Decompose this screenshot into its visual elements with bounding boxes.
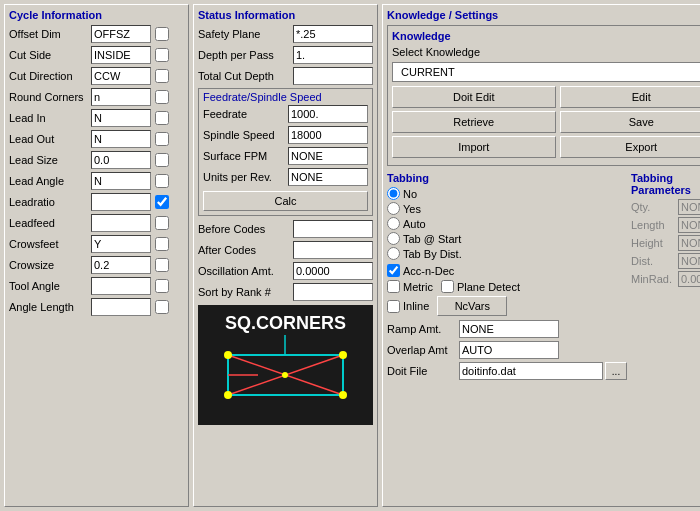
left-field-input-3[interactable] bbox=[91, 88, 151, 106]
left-field-checkbox-13[interactable] bbox=[155, 300, 169, 314]
left-field-input-0[interactable] bbox=[91, 25, 151, 43]
left-field-checkbox-10[interactable] bbox=[155, 237, 169, 251]
tab-param-label-0: Qty. bbox=[631, 201, 676, 213]
tabbing-radio-4[interactable] bbox=[387, 247, 400, 260]
before-codes-label: Before Codes bbox=[198, 223, 291, 235]
oscillation-input[interactable] bbox=[293, 262, 373, 280]
left-field-row: Cut Direction bbox=[9, 67, 184, 85]
left-field-label-5: Lead Out bbox=[9, 133, 89, 145]
tab-param-input-3[interactable] bbox=[678, 253, 700, 269]
tab-param-label-4: MinRad. bbox=[631, 273, 676, 285]
left-field-checkbox-4[interactable] bbox=[155, 111, 169, 125]
knowledge-subtitle: Knowledge bbox=[392, 30, 700, 42]
tab-param-label-1: Length bbox=[631, 219, 676, 231]
overlap-amt-label: Overlap Amt bbox=[387, 344, 457, 356]
left-field-input-4[interactable] bbox=[91, 109, 151, 127]
left-field-label-11: Crowsize bbox=[9, 259, 89, 271]
left-field-row: Leadfeed bbox=[9, 214, 184, 232]
metric-label: Metric bbox=[403, 281, 433, 293]
left-field-label-0: Offset Dim bbox=[9, 28, 89, 40]
spindle-speed-input[interactable] bbox=[288, 126, 368, 144]
knowledge-dropdown[interactable]: CURRENT bbox=[392, 62, 700, 82]
tab-param-label-3: Dist. bbox=[631, 255, 676, 267]
left-field-row: Crowsfeet bbox=[9, 235, 184, 253]
browse-button[interactable]: ... bbox=[605, 362, 627, 380]
oscillation-label: Oscillation Amt. bbox=[198, 265, 291, 277]
retrieve-button[interactable]: Retrieve bbox=[392, 111, 556, 133]
depth-per-pass-input[interactable] bbox=[293, 46, 373, 64]
left-field-checkbox-0[interactable] bbox=[155, 27, 169, 41]
select-knowledge-label: Select Knowledge bbox=[392, 46, 700, 58]
left-field-checkbox-11[interactable] bbox=[155, 258, 169, 272]
tabbing-option-label-1: Yes bbox=[403, 203, 421, 215]
tabbing-option-label-4: Tab By Dist. bbox=[403, 248, 462, 260]
left-field-input-11[interactable] bbox=[91, 256, 151, 274]
left-field-checkbox-2[interactable] bbox=[155, 69, 169, 83]
tabbing-radio-1[interactable] bbox=[387, 202, 400, 215]
before-codes-input[interactable] bbox=[293, 220, 373, 238]
tabbing-option-row-3: Tab @ Start bbox=[387, 232, 627, 245]
export-button[interactable]: Export bbox=[560, 136, 701, 158]
left-field-row: Lead Out bbox=[9, 130, 184, 148]
total-cut-depth-input[interactable] bbox=[293, 67, 373, 85]
units-per-rev-input[interactable] bbox=[288, 168, 368, 186]
tabbing-option-row-4: Tab By Dist. bbox=[387, 247, 627, 260]
left-field-label-2: Cut Direction bbox=[9, 70, 89, 82]
tab-param-input-4[interactable] bbox=[678, 271, 700, 287]
tabbing-radio-2[interactable] bbox=[387, 217, 400, 230]
after-codes-input[interactable] bbox=[293, 241, 373, 259]
surface-fpm-input[interactable] bbox=[288, 147, 368, 165]
left-field-checkbox-1[interactable] bbox=[155, 48, 169, 62]
calc-button[interactable]: Calc bbox=[203, 191, 368, 211]
left-field-input-10[interactable] bbox=[91, 235, 151, 253]
plane-detect-checkbox[interactable] bbox=[441, 280, 454, 293]
tab-param-row-2: Height bbox=[631, 235, 700, 251]
feedrate-input[interactable] bbox=[288, 105, 368, 123]
left-field-input-8[interactable] bbox=[91, 193, 151, 211]
left-field-input-13[interactable] bbox=[91, 298, 151, 316]
left-field-checkbox-6[interactable] bbox=[155, 153, 169, 167]
tab-param-input-2[interactable] bbox=[678, 235, 700, 251]
tabbing-params-title: Tabbing Parameters bbox=[631, 172, 700, 196]
tab-param-input-0[interactable] bbox=[678, 199, 700, 215]
edit-button[interactable]: Edit bbox=[560, 86, 701, 108]
tab-param-input-1[interactable] bbox=[678, 217, 700, 233]
overlap-amt-input[interactable] bbox=[459, 341, 559, 359]
left-field-input-7[interactable] bbox=[91, 172, 151, 190]
metric-checkbox[interactable] bbox=[387, 280, 400, 293]
import-button[interactable]: Import bbox=[392, 136, 556, 158]
tab-param-label-2: Height bbox=[631, 237, 676, 249]
left-field-input-6[interactable] bbox=[91, 151, 151, 169]
tabbing-radio-0[interactable] bbox=[387, 187, 400, 200]
ramp-amt-input[interactable] bbox=[459, 320, 559, 338]
left-field-input-5[interactable] bbox=[91, 130, 151, 148]
left-field-checkbox-3[interactable] bbox=[155, 90, 169, 104]
left-field-checkbox-5[interactable] bbox=[155, 132, 169, 146]
acc-n-dec-checkbox[interactable] bbox=[387, 264, 400, 277]
doit-edit-button[interactable]: Doit Edit bbox=[392, 86, 556, 108]
left-field-input-12[interactable] bbox=[91, 277, 151, 295]
left-field-checkbox-9[interactable] bbox=[155, 216, 169, 230]
left-field-input-9[interactable] bbox=[91, 214, 151, 232]
sort-input[interactable] bbox=[293, 283, 373, 301]
left-field-input-2[interactable] bbox=[91, 67, 151, 85]
left-field-label-7: Lead Angle bbox=[9, 175, 89, 187]
tab-param-row-3: Dist. bbox=[631, 253, 700, 269]
left-field-checkbox-8[interactable] bbox=[155, 195, 169, 209]
left-field-checkbox-12[interactable] bbox=[155, 279, 169, 293]
safety-plane-input[interactable] bbox=[293, 25, 373, 43]
left-field-checkbox-7[interactable] bbox=[155, 174, 169, 188]
feedrate-label: Feedrate bbox=[203, 108, 286, 120]
tab-param-row-1: Length bbox=[631, 217, 700, 233]
tabbing-radio-3[interactable] bbox=[387, 232, 400, 245]
tabbing-option-row-1: Yes bbox=[387, 202, 627, 215]
doit-file-input[interactable] bbox=[459, 362, 603, 380]
inline-checkbox[interactable] bbox=[387, 300, 400, 313]
left-field-row: Round Corners bbox=[9, 88, 184, 106]
tabbing-option-row-0: No bbox=[387, 187, 627, 200]
save-button[interactable]: Save bbox=[560, 111, 701, 133]
ncvars-button[interactable]: NcVars bbox=[437, 296, 507, 316]
status-information-title: Status Information bbox=[198, 9, 373, 21]
svg-point-3 bbox=[224, 391, 232, 399]
left-field-input-1[interactable] bbox=[91, 46, 151, 64]
